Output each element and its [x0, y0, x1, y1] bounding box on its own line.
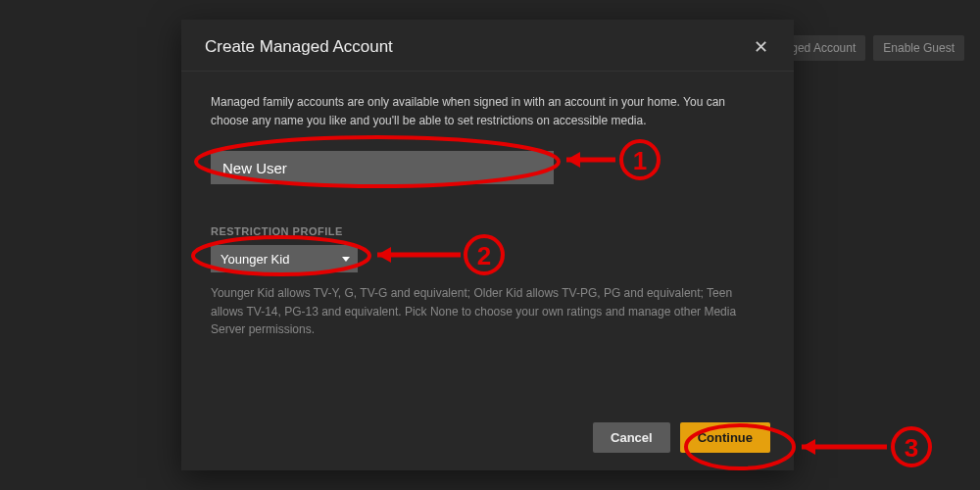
modal-header: Create Managed Account ✕: [181, 20, 794, 72]
modal-description: Managed family accounts are only availab…: [211, 93, 764, 129]
modal-title: Create Managed Account: [205, 37, 393, 57]
restriction-profile-value: Younger Kid: [220, 252, 289, 267]
continue-button[interactable]: Continue: [680, 422, 770, 453]
modal-footer: Cancel Continue: [181, 409, 794, 470]
cancel-button[interactable]: Cancel: [593, 422, 670, 453]
restriction-profile-select[interactable]: Younger Kid: [211, 245, 358, 272]
restriction-profile-label: RESTRICTION PROFILE: [211, 225, 764, 237]
restriction-profile-hint: Younger Kid allows TV-Y, G, TV-G and equ…: [211, 284, 760, 339]
create-managed-account-modal: Create Managed Account ✕ Managed family …: [181, 20, 794, 470]
modal-body: Managed family accounts are only availab…: [181, 72, 794, 409]
account-name-input[interactable]: [211, 151, 554, 184]
close-icon[interactable]: ✕: [751, 37, 770, 57]
chevron-down-icon: [342, 257, 350, 262]
